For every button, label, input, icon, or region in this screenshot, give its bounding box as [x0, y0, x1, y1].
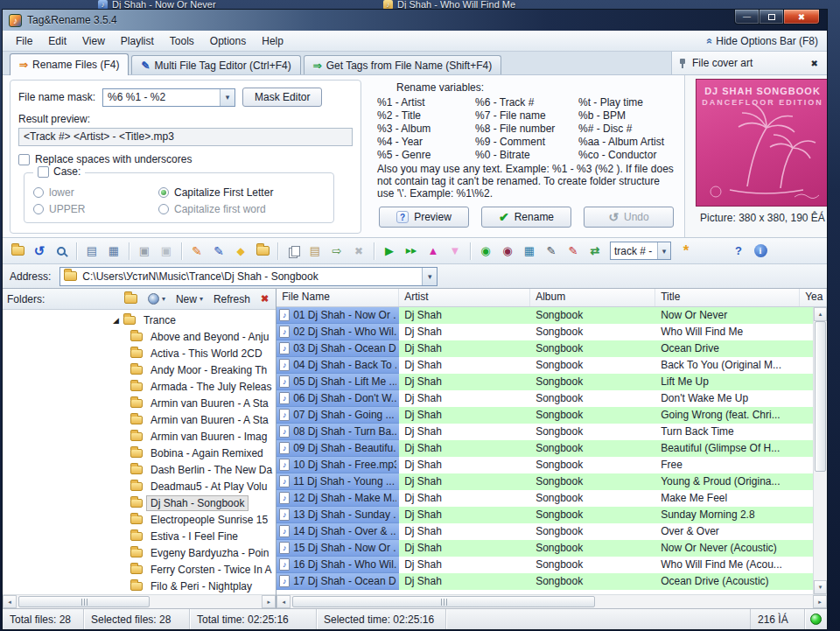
- new-folder-button[interactable]: New▾: [173, 291, 206, 307]
- file-name-cell[interactable]: ♪15 Dj Shah - Now Or ...: [276, 540, 399, 557]
- record-icon[interactable]: ◉: [475, 241, 496, 262]
- menu-item-playlist[interactable]: Playlist: [113, 32, 162, 50]
- file-name-cell[interactable]: ♪11 Dj Shah - Young ...: [276, 473, 399, 490]
- scroll-up-button[interactable]: ▴: [814, 307, 827, 321]
- column-header-file-name[interactable]: File Name: [276, 289, 399, 306]
- files-horizontal-scrollbar[interactable]: ◂ ▸: [276, 594, 827, 608]
- menu-item-edit[interactable]: Edit: [40, 32, 74, 50]
- copy-icon[interactable]: [283, 241, 304, 262]
- folder-item[interactable]: Deadmau5 - At Play Volu: [3, 478, 276, 494]
- close-button[interactable]: ✖: [783, 10, 820, 25]
- file-name-cell[interactable]: ♪05 Dj Shah - Lift Me ...: [276, 374, 399, 390]
- maximize-button[interactable]: [760, 10, 783, 25]
- case-capitalize-first-word-radio[interactable]: Capitalize first word: [158, 200, 325, 217]
- file-name-cell[interactable]: ♪08 Dj Shah - Turn Ba...: [276, 424, 399, 440]
- folder-item[interactable]: Filo & Peri - Nightplay: [3, 578, 276, 594]
- chevron-down-icon[interactable]: ▾: [422, 268, 437, 285]
- tab-rename-files[interactable]: ⇒ Rename Files (F4): [10, 53, 129, 75]
- table-row[interactable]: ♪02 Dj Shah - Who Wil...Dj ShahSongbookW…: [276, 324, 813, 340]
- file-name-cell[interactable]: ♪16 Dj Shah - Who Wil...: [276, 557, 399, 573]
- move-down-icon[interactable]: ▼: [444, 241, 466, 262]
- tab-multi-file-tag-editor[interactable]: ✎ Multi File Tag Editor (Ctrl+F4): [131, 55, 300, 74]
- sync-tags-icon[interactable]: ⇄: [584, 241, 606, 262]
- folder-item[interactable]: Above and Beyond - Anju: [3, 328, 276, 345]
- table-row[interactable]: ♪16 Dj Shah - Who Wil...Dj ShahSongbookW…: [276, 557, 813, 573]
- folder-item[interactable]: Dj Shah - Songbook: [3, 494, 276, 511]
- table-row[interactable]: ♪17 Dj Shah - Ocean D...Dj ShahSongbookO…: [276, 573, 813, 590]
- album-cover-image[interactable]: DJ SHAH SONGBOOK DANCEFLOOR EDITION: [696, 79, 828, 207]
- file-name-cell[interactable]: ♪02 Dj Shah - Who Wil...: [276, 324, 399, 340]
- about-icon[interactable]: i: [750, 241, 771, 262]
- table-row[interactable]: ♪10 Dj Shah - Free.mp3Dj ShahSongbookFre…: [276, 457, 813, 473]
- case-capitalize-first-letter-radio[interactable]: Capitalize First Letter: [158, 184, 325, 200]
- column-header-album[interactable]: Album: [530, 289, 655, 306]
- export-list-icon[interactable]: ▣: [156, 241, 177, 262]
- scrollbar-track[interactable]: [814, 321, 827, 580]
- file-name-cell[interactable]: ♪03 Dj Shah - Ocean D...: [276, 340, 399, 357]
- save-tags-icon[interactable]: ▣: [134, 241, 155, 262]
- scrollbar-track[interactable]: [290, 595, 813, 608]
- undo-button[interactable]: ↺ Undo: [584, 207, 674, 228]
- folder-item-root[interactable]: ◢Trance: [3, 312, 276, 328]
- scroll-down-button[interactable]: ▾: [814, 580, 827, 594]
- write-tags-icon[interactable]: ✎: [541, 241, 562, 262]
- table-row[interactable]: ♪07 Dj Shah - Going ...Dj ShahSongbookGo…: [276, 407, 813, 424]
- tab-get-tags-from-file-name[interactable]: ⇒ Get Tags from File Name (Shift+F4): [304, 55, 502, 74]
- table-row[interactable]: ♪14 Dj Shah - Over & ...Dj ShahSongbookO…: [276, 523, 813, 540]
- move-files-icon[interactable]: ⇨: [326, 241, 347, 262]
- menu-item-help[interactable]: Help: [254, 32, 291, 50]
- table-row[interactable]: ♪09 Dj Shah - Beautifu...Dj ShahSongbook…: [276, 440, 813, 457]
- scroll-left-button[interactable]: ◂: [276, 595, 290, 608]
- file-name-cell[interactable]: ♪07 Dj Shah - Going ...: [276, 407, 399, 424]
- rename-folder-icon[interactable]: [252, 241, 273, 262]
- refresh-folders-button[interactable]: Refresh: [211, 291, 253, 307]
- file-name-cell[interactable]: ♪12 Dj Shah - Make M...: [276, 490, 399, 507]
- menu-item-tools[interactable]: Tools: [162, 32, 202, 50]
- menu-item-options[interactable]: Options: [202, 32, 254, 50]
- folder-item[interactable]: Dash Berlin - The New Da: [3, 461, 276, 478]
- preview-button[interactable]: ? Preview: [379, 207, 469, 228]
- minimize-button[interactable]: —: [734, 10, 760, 25]
- details-view-icon[interactable]: ▦: [103, 241, 124, 262]
- folder-item[interactable]: Activa - This World 2CD: [3, 345, 276, 361]
- case-upper-radio[interactable]: UPPER: [33, 200, 143, 217]
- file-name-cell[interactable]: ♪06 Dj Shah - Don't W...: [276, 390, 399, 407]
- rename-button[interactable]: ✔ Rename: [481, 207, 571, 228]
- folder-item[interactable]: Ferry Corsten - Twice In A: [3, 561, 276, 578]
- case-checkbox[interactable]: [38, 166, 49, 178]
- file-name-cell[interactable]: ♪01 Dj Shah - Now Or ...: [276, 307, 399, 324]
- close-cover-art-button[interactable]: ✖: [808, 58, 821, 69]
- chevron-down-icon[interactable]: ▾: [220, 89, 234, 106]
- folder-item[interactable]: Armada - The July Releas: [3, 378, 276, 395]
- file-name-cell[interactable]: ♪17 Dj Shah - Ocean D...: [276, 573, 399, 590]
- folders-horizontal-scrollbar[interactable]: ◂ ▸: [3, 594, 276, 608]
- search-icon[interactable]: [51, 241, 72, 262]
- column-header-artist[interactable]: Artist: [399, 289, 530, 306]
- file-name-cell[interactable]: ♪04 Dj Shah - Back To ...: [276, 357, 399, 374]
- multi-tag-editor-icon[interactable]: ✎: [208, 241, 229, 262]
- file-name-cell[interactable]: ♪10 Dj Shah - Free.mp3: [276, 457, 399, 473]
- replace-spaces-option[interactable]: Replace spaces with underscores: [18, 153, 353, 165]
- folder-item[interactable]: Armin van Buuren - A Sta: [3, 395, 276, 411]
- table-row[interactable]: ♪15 Dj Shah - Now Or ...Dj ShahSongbookN…: [276, 540, 813, 557]
- table-row[interactable]: ♪01 Dj Shah - Now Or ...Dj ShahSongbookN…: [276, 307, 813, 324]
- file-name-cell[interactable]: ♪13 Dj Shah - Sunday ...: [276, 507, 399, 523]
- web-lookup-icon[interactable]: ◉: [497, 241, 518, 262]
- refresh-icon[interactable]: ↺: [29, 241, 50, 262]
- folder-item[interactable]: Electropeople Sunrise 15: [3, 511, 276, 528]
- move-up-icon[interactable]: ▲: [423, 241, 444, 262]
- table-row[interactable]: ♪11 Dj Shah - Young ...Dj ShahSongbookYo…: [276, 473, 813, 490]
- scrollbar-thumb[interactable]: [18, 596, 150, 607]
- close-folders-button[interactable]: ✖: [258, 293, 271, 305]
- table-row[interactable]: ♪05 Dj Shah - Lift Me ...Dj ShahSongbook…: [276, 374, 813, 390]
- mask-editor-button[interactable]: Mask Editor: [242, 88, 322, 107]
- vertical-scrollbar[interactable]: ▴ ▾: [813, 307, 827, 594]
- up-folder-button[interactable]: [122, 292, 140, 305]
- paste-icon[interactable]: ▤: [304, 241, 326, 262]
- scroll-right-button[interactable]: ▸: [813, 595, 827, 608]
- table-row[interactable]: ♪13 Dj Shah - Sunday ...Dj ShahSongbookS…: [276, 507, 813, 523]
- table-row[interactable]: ♪06 Dj Shah - Don't W...Dj ShahSongbookD…: [276, 390, 813, 407]
- clear-tags-icon[interactable]: ✎: [563, 241, 584, 262]
- scrollbar-track[interactable]: [17, 595, 262, 608]
- folder-item[interactable]: Estiva - I Feel Fine: [3, 528, 276, 544]
